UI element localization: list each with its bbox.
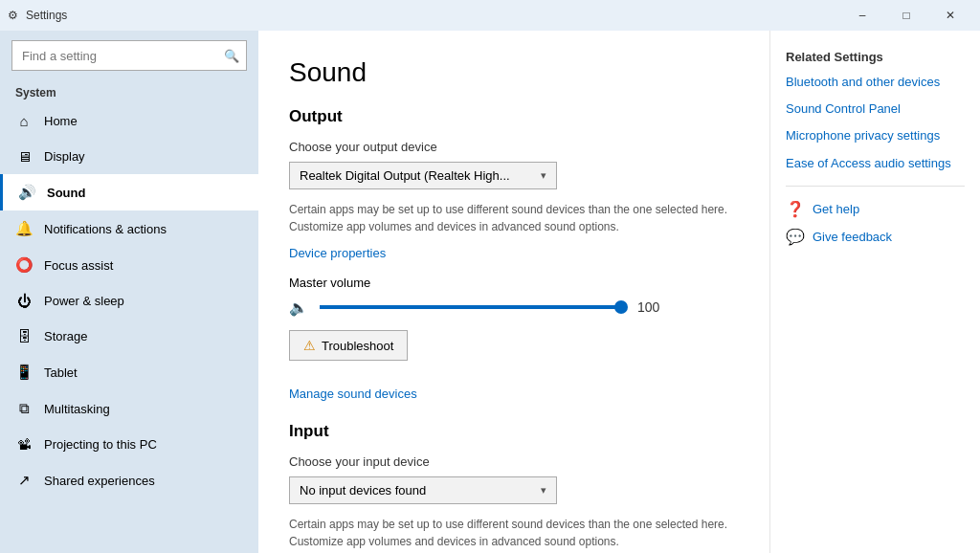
- sidebar-label-multitasking: Multitasking: [44, 402, 110, 416]
- related-ease-access-link[interactable]: Ease of Access audio settings: [786, 155, 965, 172]
- sidebar-label-display: Display: [44, 149, 85, 164]
- volume-icon: 🔈: [289, 299, 308, 317]
- output-section-title: Output: [289, 107, 739, 126]
- get-help-icon: ❓: [786, 200, 805, 218]
- related-microphone-link[interactable]: Microphone privacy settings: [786, 127, 965, 144]
- close-button[interactable]: ✕: [928, 0, 972, 31]
- sidebar-label-power: Power & sleep: [44, 294, 124, 308]
- input-device-dropdown[interactable]: No input devices found ▾: [289, 476, 557, 504]
- sidebar: 🔍 System ⌂ Home 🖥 Display 🔊 Sound 🔔 Noti…: [0, 31, 258, 553]
- settings-icon: ⚙: [8, 9, 18, 22]
- input-section-title: Input: [289, 422, 739, 441]
- slider-fill: [320, 305, 626, 309]
- app-body: 🔍 System ⌂ Home 🖥 Display 🔊 Sound 🔔 Noti…: [0, 31, 980, 553]
- storage-icon: 🗄: [15, 328, 33, 344]
- input-section: Input Choose your input device No input …: [289, 422, 739, 550]
- sidebar-label-storage: Storage: [44, 329, 88, 343]
- volume-value: 100: [637, 299, 666, 315]
- projecting-icon: 📽: [15, 436, 33, 453]
- sidebar-item-tablet[interactable]: 📱 Tablet: [0, 354, 258, 390]
- tablet-icon: 📱: [15, 364, 33, 381]
- sidebar-item-projecting[interactable]: 📽 Projecting to this PC: [0, 427, 258, 462]
- page-title: Sound: [289, 57, 739, 88]
- input-choose-label: Choose your input device: [289, 454, 739, 469]
- input-device-value: No input devices found: [300, 483, 426, 498]
- sound-icon: 🔊: [18, 184, 35, 201]
- right-divider: [786, 186, 965, 187]
- display-icon: 🖥: [15, 148, 33, 165]
- manage-sound-link[interactable]: Manage sound devices: [289, 387, 417, 401]
- sidebar-label-focus: Focus assist: [44, 258, 113, 273]
- output-device-dropdown[interactable]: Realtek Digital Output (Realtek High... …: [289, 162, 557, 189]
- sidebar-label-sound: Sound: [47, 186, 85, 200]
- get-help-label: Get help: [813, 202, 859, 216]
- power-icon: ⏻: [15, 293, 33, 309]
- volume-row: 🔈 100: [289, 298, 739, 317]
- volume-section: Master volume 🔈 100: [289, 276, 739, 317]
- related-bluetooth-link[interactable]: Bluetooth and other devices: [786, 74, 965, 91]
- sidebar-item-power[interactable]: ⏻ Power & sleep: [0, 283, 258, 319]
- sidebar-item-shared[interactable]: ↗ Shared experiences: [0, 462, 258, 498]
- multitasking-icon: ⧉: [15, 400, 33, 417]
- give-feedback-icon: 💬: [786, 228, 805, 246]
- home-icon: ⌂: [15, 113, 33, 129]
- title-bar: ⚙ Settings – □ ✕: [0, 0, 980, 31]
- search-icon: 🔍: [224, 49, 239, 63]
- sidebar-item-sound[interactable]: 🔊 Sound: [0, 174, 258, 210]
- get-help-item[interactable]: ❓ Get help: [786, 200, 965, 218]
- shared-icon: ↗: [15, 472, 33, 489]
- title-bar-left: ⚙ Settings: [8, 9, 67, 22]
- sidebar-section-label: System: [0, 80, 258, 103]
- slider-track: [320, 305, 626, 309]
- device-properties-link[interactable]: Device properties: [289, 246, 386, 260]
- related-sound-panel-link[interactable]: Sound Control Panel: [786, 100, 965, 118]
- troubleshoot-button[interactable]: ⚠ Troubleshoot: [289, 330, 408, 361]
- volume-label: Master volume: [289, 276, 739, 290]
- troubleshoot-label: Troubleshoot: [322, 339, 393, 353]
- output-dropdown-arrow: ▾: [541, 169, 546, 182]
- sidebar-label-tablet: Tablet: [44, 365, 78, 380]
- sidebar-label-shared: Shared experiences: [44, 474, 155, 488]
- sidebar-item-storage[interactable]: 🗄 Storage: [0, 319, 258, 354]
- give-feedback-label: Give feedback: [813, 230, 892, 244]
- maximize-button[interactable]: □: [884, 0, 928, 31]
- sidebar-label-projecting: Projecting to this PC: [44, 437, 157, 452]
- sidebar-item-home[interactable]: ⌂ Home: [0, 103, 258, 139]
- volume-slider[interactable]: [320, 298, 626, 317]
- output-choose-label: Choose your output device: [289, 140, 739, 154]
- focus-icon: ⭕: [15, 256, 33, 274]
- sidebar-label-home: Home: [44, 114, 78, 128]
- related-settings-title: Related Settings: [786, 50, 965, 64]
- window-controls: – □ ✕: [840, 0, 972, 31]
- sidebar-label-notifications: Notifications & actions: [44, 222, 167, 236]
- search-container: 🔍: [11, 40, 247, 71]
- give-feedback-item[interactable]: 💬 Give feedback: [786, 228, 965, 246]
- output-info-text: Certain apps may be set up to use differ…: [289, 201, 739, 235]
- output-device-value: Realtek Digital Output (Realtek High...: [300, 168, 510, 183]
- input-info-text: Certain apps may be set up to use differ…: [289, 516, 739, 550]
- minimize-button[interactable]: –: [840, 0, 884, 31]
- sidebar-item-focus[interactable]: ⭕ Focus assist: [0, 247, 258, 283]
- sidebar-item-multitasking[interactable]: ⧉ Multitasking: [0, 390, 258, 427]
- notifications-icon: 🔔: [15, 220, 33, 237]
- right-panel: Related Settings Bluetooth and other dev…: [769, 31, 980, 553]
- sidebar-item-display[interactable]: 🖥 Display: [0, 139, 258, 174]
- search-input[interactable]: [11, 40, 247, 71]
- input-dropdown-arrow: ▾: [541, 484, 546, 497]
- slider-thumb: [614, 300, 628, 314]
- sidebar-item-notifications[interactable]: 🔔 Notifications & actions: [0, 210, 258, 247]
- main-content: Sound Output Choose your output device R…: [258, 31, 769, 553]
- app-title: Settings: [26, 9, 67, 22]
- warning-icon: ⚠: [303, 338, 316, 353]
